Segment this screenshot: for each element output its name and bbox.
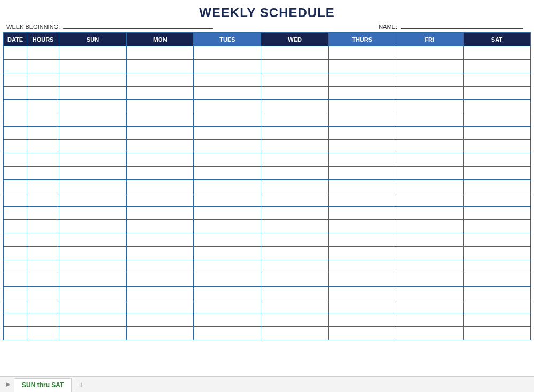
- cell[interactable]: [4, 233, 27, 247]
- cell[interactable]: [463, 327, 530, 340]
- cell[interactable]: [4, 260, 27, 273]
- cell[interactable]: [463, 46, 530, 60]
- cell[interactable]: [27, 113, 59, 127]
- cell[interactable]: [194, 233, 261, 247]
- cell[interactable]: [4, 127, 27, 140]
- cell[interactable]: [59, 87, 127, 100]
- cell[interactable]: [194, 247, 261, 260]
- cell[interactable]: [4, 113, 27, 127]
- cell[interactable]: [4, 287, 27, 300]
- cell[interactable]: [127, 153, 194, 167]
- cell[interactable]: [127, 260, 194, 273]
- cell[interactable]: [396, 247, 463, 260]
- cell[interactable]: [194, 87, 261, 100]
- cell[interactable]: [127, 167, 194, 180]
- cell[interactable]: [194, 220, 261, 233]
- cell[interactable]: [463, 207, 530, 220]
- cell[interactable]: [261, 193, 328, 207]
- cell[interactable]: [127, 46, 194, 60]
- cell[interactable]: [328, 273, 396, 287]
- cell[interactable]: [127, 193, 194, 207]
- cell[interactable]: [396, 287, 463, 300]
- cell[interactable]: [127, 140, 194, 153]
- add-sheet-icon[interactable]: +: [74, 379, 88, 390]
- cell[interactable]: [396, 313, 463, 327]
- cell[interactable]: [396, 87, 463, 100]
- cell[interactable]: [59, 273, 127, 287]
- cell[interactable]: [4, 100, 27, 113]
- cell[interactable]: [127, 233, 194, 247]
- cell[interactable]: [194, 327, 261, 340]
- cell[interactable]: [396, 46, 463, 60]
- cell[interactable]: [396, 273, 463, 287]
- cell[interactable]: [261, 127, 328, 140]
- cell[interactable]: [59, 73, 127, 87]
- cell[interactable]: [27, 220, 59, 233]
- cell[interactable]: [396, 327, 463, 340]
- cell[interactable]: [27, 207, 59, 220]
- cell[interactable]: [463, 180, 530, 193]
- cell[interactable]: [396, 60, 463, 73]
- cell[interactable]: [59, 327, 127, 340]
- cell[interactable]: [59, 140, 127, 153]
- cell[interactable]: [463, 220, 530, 233]
- cell[interactable]: [463, 60, 530, 73]
- cell[interactable]: [396, 180, 463, 193]
- cell[interactable]: [463, 313, 530, 327]
- sheet-tab-active[interactable]: SUN thru SAT: [14, 378, 72, 392]
- cell[interactable]: [27, 73, 59, 87]
- cell[interactable]: [4, 220, 27, 233]
- cell[interactable]: [4, 313, 27, 327]
- cell[interactable]: [328, 167, 396, 180]
- cell[interactable]: [396, 167, 463, 180]
- cell[interactable]: [27, 167, 59, 180]
- cell[interactable]: [4, 167, 27, 180]
- cell[interactable]: [127, 327, 194, 340]
- cell[interactable]: [261, 46, 328, 60]
- cell[interactable]: [27, 233, 59, 247]
- cell[interactable]: [261, 73, 328, 87]
- cell[interactable]: [27, 46, 59, 60]
- cell[interactable]: [396, 100, 463, 113]
- cell[interactable]: [463, 300, 530, 313]
- cell[interactable]: [261, 167, 328, 180]
- cell[interactable]: [127, 60, 194, 73]
- cell[interactable]: [328, 100, 396, 113]
- cell[interactable]: [194, 140, 261, 153]
- cell[interactable]: [27, 287, 59, 300]
- cell[interactable]: [27, 180, 59, 193]
- cell[interactable]: [127, 87, 194, 100]
- cell[interactable]: [59, 60, 127, 73]
- cell[interactable]: [127, 100, 194, 113]
- cell[interactable]: [396, 140, 463, 153]
- cell[interactable]: [27, 300, 59, 313]
- cell[interactable]: [59, 127, 127, 140]
- cell[interactable]: [127, 273, 194, 287]
- cell[interactable]: [261, 113, 328, 127]
- tab-nav-next-icon[interactable]: ▶: [2, 379, 14, 390]
- cell[interactable]: [194, 73, 261, 87]
- cell[interactable]: [194, 207, 261, 220]
- cell[interactable]: [261, 313, 328, 327]
- cell[interactable]: [328, 247, 396, 260]
- cell[interactable]: [194, 313, 261, 327]
- cell[interactable]: [396, 220, 463, 233]
- cell[interactable]: [59, 300, 127, 313]
- cell[interactable]: [59, 193, 127, 207]
- cell[interactable]: [328, 127, 396, 140]
- cell[interactable]: [261, 273, 328, 287]
- cell[interactable]: [27, 153, 59, 167]
- cell[interactable]: [4, 300, 27, 313]
- cell[interactable]: [328, 46, 396, 60]
- cell[interactable]: [4, 46, 27, 60]
- cell[interactable]: [4, 153, 27, 167]
- cell[interactable]: [396, 153, 463, 167]
- cell[interactable]: [328, 207, 396, 220]
- cell[interactable]: [59, 46, 127, 60]
- cell[interactable]: [27, 273, 59, 287]
- cell[interactable]: [328, 113, 396, 127]
- cell[interactable]: [4, 273, 27, 287]
- cell[interactable]: [59, 233, 127, 247]
- cell[interactable]: [396, 300, 463, 313]
- cell[interactable]: [463, 73, 530, 87]
